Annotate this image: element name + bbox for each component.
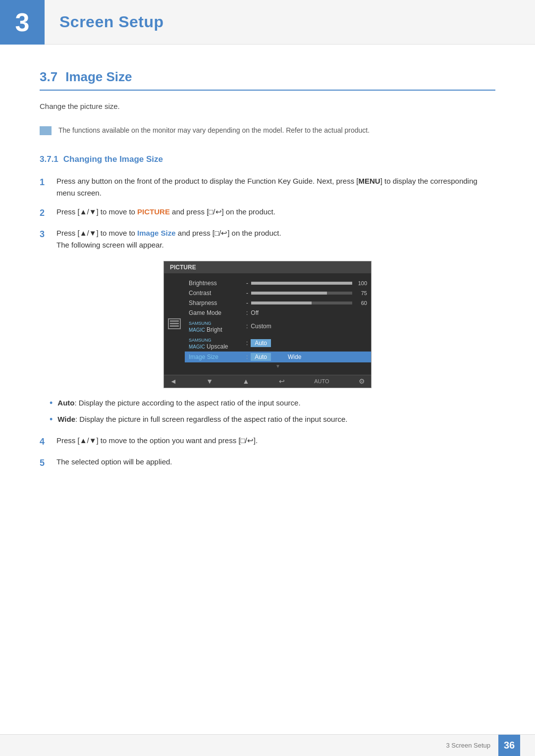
steps-list-2: 4 Press [▲/▼] to move to the option you … bbox=[40, 435, 495, 470]
step-5: 5 The selected option will be applied. bbox=[40, 456, 495, 470]
step-1-number: 1 bbox=[40, 175, 54, 190]
svg-rect-1 bbox=[170, 323, 179, 324]
section-number: 3.7 bbox=[40, 69, 57, 85]
brightness-value: 100 bbox=[354, 280, 367, 286]
subsection-title: Changing the Image Size bbox=[63, 154, 163, 164]
section-heading: 3.7 Image Size bbox=[40, 69, 495, 91]
bullet-auto: • Auto: Display the picture according to… bbox=[50, 397, 495, 409]
monitor-sidebar-icon bbox=[168, 318, 181, 329]
monitor-sidebar bbox=[164, 277, 185, 371]
chapter-title: Screen Setup bbox=[45, 13, 164, 31]
menu-row-magic-bright: SAMSUNGMAGIC Bright : Custom bbox=[185, 318, 371, 335]
step-4: 4 Press [▲/▼] to move to the option you … bbox=[40, 435, 495, 449]
monitor-btn-settings: ⚙ bbox=[359, 377, 365, 386]
svg-rect-0 bbox=[170, 320, 179, 322]
footer-text: 3 Screen Setup bbox=[446, 742, 490, 749]
sharpness-bar-track bbox=[251, 302, 352, 304]
bullet-text-auto: Auto: Display the picture according to t… bbox=[57, 397, 300, 409]
note-text: The functions available on the monitor m… bbox=[58, 125, 370, 136]
steps-list: 1 Press any button on the front of the p… bbox=[40, 175, 495, 251]
step-4-number: 4 bbox=[40, 435, 54, 449]
footer-page-number: 36 bbox=[498, 735, 520, 756]
chapter-number-box: 3 bbox=[0, 0, 45, 45]
menu-row-image-size: Image Size : Auto Wide bbox=[185, 352, 371, 362]
magic-upscale-label: SAMSUNGMAGIC Upscale bbox=[189, 336, 243, 350]
step-5-number: 5 bbox=[40, 456, 54, 470]
brightness-label: Brightness bbox=[189, 280, 243, 287]
chapter-header: 3 Screen Setup bbox=[0, 0, 535, 45]
game-mode-value: Off bbox=[251, 309, 259, 316]
step-3-number: 3 bbox=[40, 227, 54, 242]
step-1: 1 Press any button on the front of the p… bbox=[40, 175, 495, 199]
bullet-dot-auto: • bbox=[50, 397, 53, 409]
bullet-text-wide: Wide: Display the picture in full screen… bbox=[57, 413, 347, 425]
image-size-option-wide: Wide bbox=[273, 353, 316, 361]
svg-rect-2 bbox=[170, 325, 179, 327]
section-title: Image Size bbox=[65, 69, 132, 85]
bullet-wide: • Wide: Display the picture in full scre… bbox=[50, 413, 495, 426]
step-2: 2 Press [▲/▼] to move to PICTURE and pre… bbox=[40, 206, 495, 220]
sharpness-value: 60 bbox=[354, 300, 367, 306]
step-2-number: 2 bbox=[40, 206, 54, 220]
monitor-btn-down: ▼ bbox=[206, 377, 213, 386]
monitor-screenshot: PICTURE Brightness - bbox=[163, 261, 372, 388]
menu-row-contrast: Contrast - 75 bbox=[185, 288, 371, 298]
sharpness-bar: 60 bbox=[251, 300, 367, 306]
chapter-number: 3 bbox=[15, 9, 30, 35]
contrast-bar-track bbox=[251, 292, 352, 295]
step-3: 3 Press [▲/▼] to move to Image Size and … bbox=[40, 227, 495, 251]
subsection-heading: 3.7.1 Changing the Image Size bbox=[40, 154, 495, 164]
menu-row-sharpness: Sharpness - 60 bbox=[185, 298, 371, 308]
brightness-bar-fill bbox=[251, 282, 352, 285]
section-description: Change the picture size. bbox=[40, 101, 495, 112]
scroll-down-indicator: ▼ bbox=[185, 362, 371, 370]
contrast-value: 75 bbox=[354, 290, 367, 296]
contrast-label: Contrast bbox=[189, 290, 243, 297]
subsection-number: 3.7.1 bbox=[40, 154, 58, 164]
image-size-label: Image Size bbox=[189, 353, 243, 360]
sharpness-bar-fill bbox=[251, 302, 312, 304]
contrast-bar: 75 bbox=[251, 290, 367, 296]
step-3-text: Press [▲/▼] to move to Image Size and pr… bbox=[56, 227, 281, 251]
magic-bright-label: SAMSUNGMAGIC Bright bbox=[189, 319, 243, 333]
menu-row-game-mode: Game Mode : Off bbox=[185, 308, 371, 318]
bullet-dot-wide: • bbox=[50, 413, 53, 426]
menu-row-brightness: Brightness - 100 bbox=[185, 278, 371, 288]
sharpness-label: Sharpness bbox=[189, 300, 243, 306]
upscale-option-auto: Auto bbox=[251, 339, 271, 347]
monitor-bottom-bar: ◄ ▼ ▲ ↩ AUTO ⚙ bbox=[164, 375, 371, 388]
image-size-option-auto: Auto bbox=[251, 353, 271, 361]
step-4-text: Press [▲/▼] to move to the option you wa… bbox=[56, 435, 258, 447]
page-content: 3.7 Image Size Change the picture size. … bbox=[0, 45, 535, 520]
monitor-menu-title: PICTURE bbox=[164, 261, 371, 273]
contrast-bar-fill bbox=[251, 292, 327, 295]
step-5-text: The selected option will be applied. bbox=[56, 456, 172, 468]
step-1-text: Press any button on the front of the pro… bbox=[56, 175, 495, 199]
monitor-btn-enter: ↩ bbox=[279, 377, 285, 386]
monitor-btn-up: ▲ bbox=[243, 377, 250, 386]
menu-row-magic-upscale: SAMSUNGMAGIC Upscale : Auto bbox=[185, 335, 371, 352]
note-icon bbox=[40, 126, 52, 135]
page-footer: 3 Screen Setup 36 bbox=[0, 734, 535, 756]
game-mode-label: Game Mode bbox=[189, 309, 243, 316]
magic-bright-value: Custom bbox=[251, 323, 271, 330]
monitor-btn-back: ◄ bbox=[170, 377, 177, 386]
brightness-bar: 100 bbox=[251, 280, 367, 286]
monitor-btn-auto: AUTO bbox=[314, 378, 329, 385]
monitor-menu-items: Brightness - 100 Contrast - bbox=[185, 277, 371, 371]
option-bullet-list: • Auto: Display the picture according to… bbox=[50, 397, 495, 426]
step-2-text: Press [▲/▼] to move to PICTURE and press… bbox=[56, 206, 275, 218]
note-box: The functions available on the monitor m… bbox=[40, 121, 495, 140]
brightness-bar-track bbox=[251, 282, 352, 285]
monitor-menu-content: Brightness - 100 Contrast - bbox=[164, 273, 371, 375]
